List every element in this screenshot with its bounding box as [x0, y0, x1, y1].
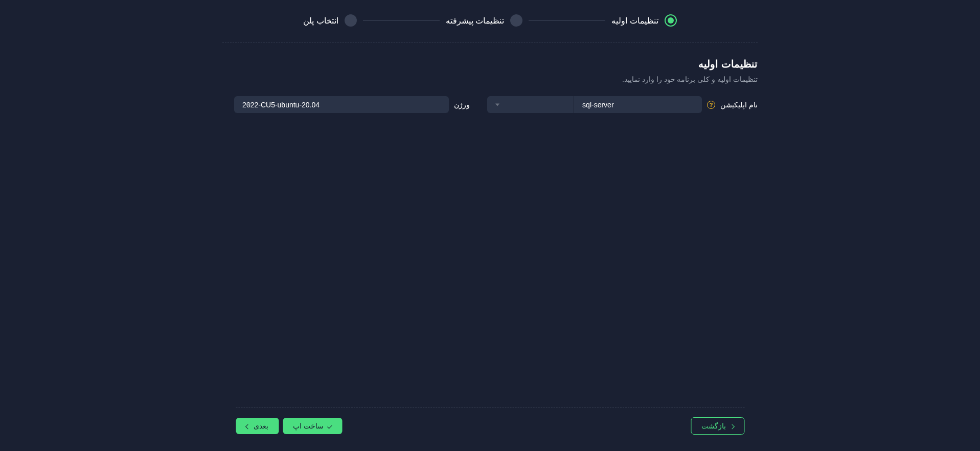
check-icon: [328, 422, 332, 430]
step-circle-inactive: [345, 14, 357, 27]
next-button-label: بعدی: [254, 422, 268, 430]
step-circle-active: [665, 14, 677, 27]
chevron-left-icon: [246, 422, 249, 430]
footer-actions: ساخت اپ بعدی: [236, 418, 343, 434]
step-connector: [529, 20, 605, 21]
app-name-label: نام اپلیکیشن: [720, 101, 758, 109]
version-select-wrapper: 2022-CU5-ubuntu-20.04: [234, 96, 449, 113]
step-connector: [363, 20, 440, 21]
footer-divider: [236, 408, 744, 408]
step-advanced-settings: تنظیمات پیشرفته: [446, 14, 522, 27]
create-app-button[interactable]: ساخت اپ: [283, 418, 343, 434]
app-name-suffix-wrapper: [487, 96, 574, 113]
step-label-3: انتخاب پلن: [303, 16, 338, 26]
section-subtitle: تنظیمات اولیه و کلی برنامه خود را وارد ن…: [222, 75, 758, 83]
step-label-1: تنظیمات اولیه: [611, 16, 658, 26]
footer-buttons: بازگشت ساخت اپ بعدی: [236, 417, 744, 435]
stepper: تنظیمات اولیه تنظیمات پیشرفته انتخاب پلن: [222, 14, 758, 27]
version-select[interactable]: 2022-CU5-ubuntu-20.04: [234, 96, 449, 113]
step-plan-selection: انتخاب پلن: [303, 14, 356, 27]
help-icon[interactable]: ?: [707, 101, 715, 109]
section-header: تنظیمات اولیه تنظیمات اولیه و کلی برنامه…: [222, 42, 758, 96]
back-button-label: بازگشت: [701, 422, 726, 430]
app-name-input[interactable]: [574, 96, 702, 113]
version-group: ورژن 2022-CU5-ubuntu-20.04: [234, 96, 470, 113]
app-name-input-group: [487, 96, 702, 113]
back-button[interactable]: بازگشت: [691, 417, 744, 435]
step-label-2: تنظیمات پیشرفته: [446, 16, 504, 26]
form-row: نام اپلیکیشن ? ورژن 2022-CU5-ubuntu-20.0…: [222, 96, 758, 113]
step-circle-inactive: [510, 14, 522, 27]
version-label: ورژن: [454, 101, 470, 109]
step-initial-settings: تنظیمات اولیه: [611, 14, 676, 27]
app-name-group: نام اپلیکیشن ?: [487, 96, 758, 113]
chevron-right-icon: [730, 422, 734, 430]
section-title: تنظیمات اولیه: [222, 58, 758, 70]
next-button[interactable]: بعدی: [236, 418, 279, 434]
create-app-label: ساخت اپ: [293, 422, 324, 430]
footer: بازگشت ساخت اپ بعدی: [236, 408, 744, 435]
app-name-suffix-select[interactable]: [487, 96, 574, 113]
